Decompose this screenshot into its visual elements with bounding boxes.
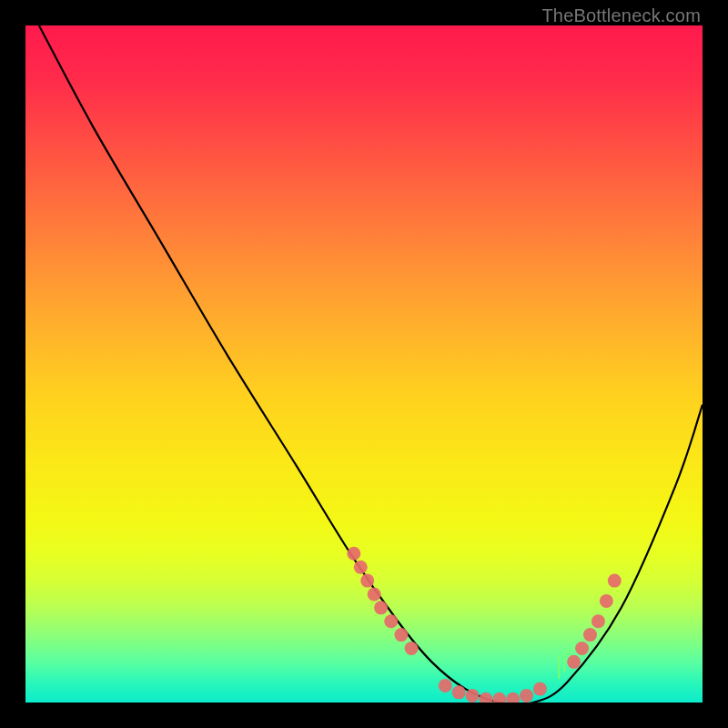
plot-area [25,25,703,703]
chart-frame: TheBottleneck.com [0,0,728,728]
data-point [466,689,480,703]
data-point [374,601,388,614]
data-point [347,547,360,561]
data-point [394,628,408,642]
data-point [520,689,533,703]
data-point [384,614,398,628]
data-point [405,642,419,655]
data-point [583,628,597,642]
watermark-text: TheBottleneck.com [541,5,701,26]
data-point [368,587,381,601]
data-point [600,594,613,608]
data-point [452,685,466,699]
data-point [492,693,506,703]
data-point [533,682,547,696]
data-points-layer [347,547,621,703]
data-point [575,642,589,655]
data-point [608,574,622,588]
data-point [354,561,368,574]
data-point [567,655,581,669]
data-point [479,693,492,703]
data-point [439,679,452,693]
data-point [592,614,605,628]
chart-svg [25,25,703,703]
data-point [360,574,374,588]
data-point [506,693,520,703]
